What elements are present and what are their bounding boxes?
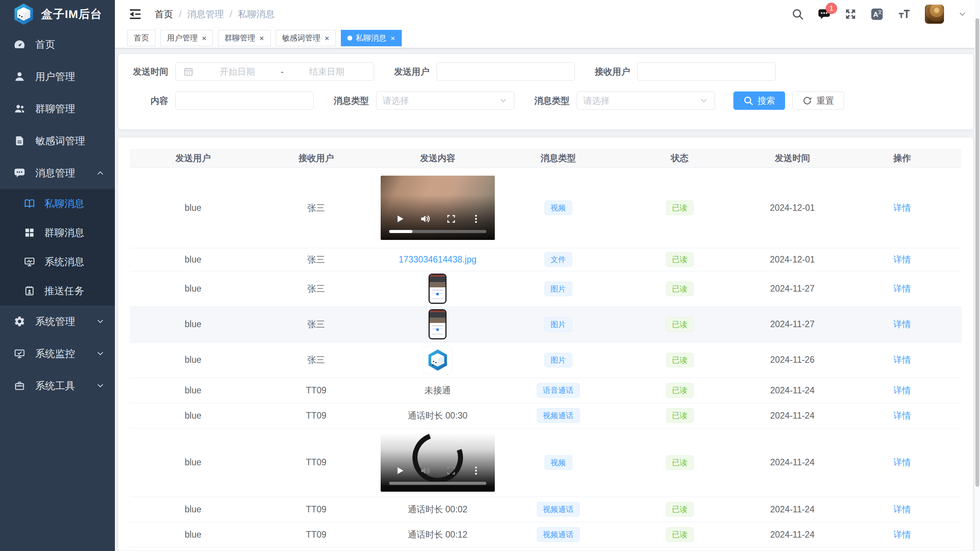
close-icon[interactable]: × <box>202 34 206 42</box>
sidebar-item-private-messages[interactable]: 私聊消息 <box>0 189 115 218</box>
app-logo-image[interactable] <box>424 346 452 374</box>
tab-sensitive-words[interactable]: 敏感词管理× <box>276 30 336 46</box>
video-player[interactable] <box>381 434 495 492</box>
message-type-select-2[interactable]: 请选择 <box>577 91 715 110</box>
detail-link[interactable]: 详情 <box>893 284 911 293</box>
table-row: blue张三视频已读2024-12-01详情 <box>130 168 962 248</box>
translate-icon[interactable]: A文 <box>870 8 883 21</box>
scrollbar-thumb[interactable] <box>975 18 979 487</box>
sidebar-item-push-tasks[interactable]: 推送任务 <box>0 276 115 305</box>
sidebar-item-group-messages[interactable]: 群聊消息 <box>0 218 115 247</box>
video-player[interactable] <box>381 176 495 240</box>
play-icon[interactable] <box>394 214 405 224</box>
detail-link[interactable]: 详情 <box>893 203 911 213</box>
fullscreen-icon[interactable] <box>844 8 857 20</box>
sender-cell: blue <box>130 497 256 522</box>
page-scrollbar[interactable] <box>975 0 980 551</box>
sidebar-item-sensitive-words[interactable]: 敏感词管理 <box>0 125 115 157</box>
refresh-icon <box>802 96 812 106</box>
send-time-range-picker[interactable]: - <box>175 62 374 81</box>
table-row: blueTT09未接通语音通话已读2024-11-24详情 <box>130 378 962 403</box>
message-type-tag: 视频 <box>545 201 572 215</box>
phone-screenshot-thumbnail[interactable] <box>429 309 447 339</box>
search-icon[interactable] <box>792 8 804 20</box>
detail-link[interactable]: 详情 <box>893 530 911 540</box>
detail-link[interactable]: 详情 <box>893 355 911 365</box>
messages-icon[interactable]: 1 <box>818 8 831 21</box>
tab-label: 群聊管理 <box>224 33 255 43</box>
content-cell <box>376 271 499 306</box>
message-type-label-2: 消息类型 <box>533 95 569 107</box>
tabs-bar: 首页用户管理×群聊管理×敏感词管理×私聊消息× <box>115 28 980 48</box>
detail-link[interactable]: 详情 <box>893 385 911 395</box>
volume-icon[interactable] <box>420 213 431 225</box>
detail-link[interactable]: 详情 <box>893 504 911 514</box>
tab-label: 私聊消息 <box>356 33 386 43</box>
tab-group-mgmt[interactable]: 群聊管理× <box>218 30 270 46</box>
send-user-input[interactable] <box>444 67 568 77</box>
chevron-down-icon[interactable] <box>958 10 967 19</box>
status-cell: 已读 <box>617 168 742 248</box>
video-fullscreen-icon[interactable] <box>446 214 456 224</box>
sidebar-item-message-mgmt[interactable]: 消息管理 <box>0 157 115 189</box>
time-cell: 2024-11-24 <box>742 497 843 522</box>
messages-table: 发送用户接收用户发送内容消息类型状态发送时间操作 blue张三视频已读2024-… <box>130 149 962 548</box>
detail-link[interactable]: 详情 <box>893 254 911 264</box>
detail-link[interactable]: 详情 <box>893 411 911 421</box>
close-icon[interactable]: × <box>325 34 329 42</box>
more-icon[interactable] <box>471 214 481 224</box>
tab-private-messages[interactable]: 私聊消息× <box>341 30 402 46</box>
tab-home[interactable]: 首页 <box>127 30 155 46</box>
video-progress-fill <box>389 230 412 233</box>
end-date-input[interactable] <box>285 67 368 77</box>
close-icon[interactable]: × <box>391 34 395 42</box>
sidebar-item-system-tools[interactable]: 系统工具 <box>0 370 115 402</box>
sidebar-item-system-messages[interactable]: 系统消息 <box>0 247 115 276</box>
receive-user-input[interactable] <box>645 67 768 77</box>
status-tag: 已读 <box>666 527 694 542</box>
type-cell: 图片 <box>499 271 617 306</box>
search-button[interactable]: 搜索 <box>733 91 785 110</box>
volume-icon[interactable] <box>420 465 431 476</box>
breadcrumb-item[interactable]: 首页 <box>155 8 173 20</box>
sender-cell: blue <box>130 306 256 342</box>
tab-user-mgmt[interactable]: 用户管理× <box>160 30 213 46</box>
sidebar-item-system-mgmt[interactable]: 系统管理 <box>0 305 115 337</box>
status-cell: 已读 <box>617 271 742 306</box>
reset-button-label: 重置 <box>816 95 834 107</box>
file-link[interactable]: 1733034614438.jpg <box>399 254 476 264</box>
status-cell: 已读 <box>617 403 742 428</box>
message-type-select-1[interactable]: 请选择 <box>376 91 514 110</box>
sidebar-item-group-mgmt[interactable]: 群聊管理 <box>0 93 115 125</box>
app-logo[interactable]: 盒子IM后台 <box>0 0 115 28</box>
sidebar-item-home[interactable]: 首页 <box>0 28 115 60</box>
action-cell: 详情 <box>843 403 962 428</box>
play-icon[interactable] <box>394 465 405 476</box>
close-icon[interactable]: × <box>259 34 264 42</box>
chevron-down-icon <box>96 381 105 390</box>
thumbnail-photo-area <box>430 310 445 323</box>
start-date-input[interactable] <box>196 67 279 77</box>
video-progress-bar[interactable] <box>389 482 486 485</box>
avatar[interactable] <box>925 5 944 24</box>
sidebar-item-label: 推送任务 <box>44 284 84 298</box>
collapse-menu-icon[interactable] <box>128 8 142 21</box>
chevron-down-icon <box>699 96 708 105</box>
video-fullscreen-icon[interactable] <box>446 466 456 476</box>
message-type-tag: 图片 <box>545 353 572 367</box>
column-header: 接收用户 <box>256 149 376 168</box>
detail-link[interactable]: 详情 <box>893 319 911 329</box>
time-cell: 2024-11-27 <box>742 306 843 342</box>
top-navbar: 首页/消息管理/私聊消息 1 A文 <box>115 0 980 28</box>
content-cell <box>376 168 499 248</box>
content-input[interactable] <box>183 96 306 106</box>
phone-screenshot-thumbnail[interactable] <box>429 274 447 304</box>
font-size-icon[interactable] <box>897 8 911 20</box>
video-progress-bar[interactable] <box>389 230 486 233</box>
more-icon[interactable] <box>471 466 481 476</box>
sidebar-item-system-monitor[interactable]: 系统监控 <box>0 337 115 370</box>
detail-link[interactable]: 详情 <box>893 457 911 467</box>
sidebar-item-user-mgmt[interactable]: 用户管理 <box>0 60 115 93</box>
status-cell: 已读 <box>617 306 742 342</box>
reset-button[interactable]: 重置 <box>792 91 844 110</box>
